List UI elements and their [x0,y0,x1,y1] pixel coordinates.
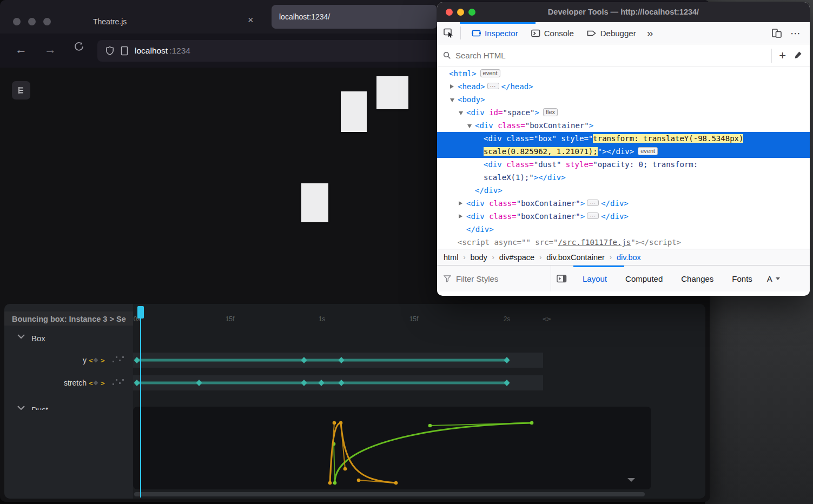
devtools-minimize-button[interactable] [457,9,464,16]
inline-ellipsis-badge[interactable]: ⋯ [487,83,499,89]
timeline-horizontal-scrollbar[interactable] [134,492,645,496]
breadcrumb-item[interactable]: div.box [617,253,641,262]
markup-line[interactable]: <script async="" src="/src.f10117fe.js">… [437,236,810,249]
markup-line[interactable]: <div class="dust" style="opacity: 0; tra… [437,158,810,184]
forward-button[interactable]: → [44,43,56,57]
active-sidebar-tab-indicator [573,266,624,267]
markup-line[interactable]: <html>event [437,67,810,80]
theatre-outline-button[interactable] [12,81,30,100]
sidebar-tab-overflow[interactable]: A [762,274,775,283]
expand-arrow-icon[interactable] [459,214,462,218]
property-label: stretch [64,379,87,387]
prev-keyframe-icon[interactable]: < [89,356,93,364]
breadcrumb-item[interactable]: html [444,253,458,262]
collapse-arrow-icon[interactable] [459,111,463,115]
markup-line[interactable]: <div class="boxContainer"> [437,119,810,132]
markup-token: <div [484,160,506,169]
sidebar-tab-changes[interactable]: Changes [672,274,723,283]
devtools-tab-inspector[interactable]: Inspector [465,22,525,44]
create-node-button[interactable]: + [772,49,793,63]
breadcrumb-item[interactable]: body [470,253,487,262]
markup-token: </div> [601,199,629,208]
event-badge[interactable]: event [638,147,658,155]
breadcrumb-item[interactable]: div.boxContainer [546,253,605,262]
orange-curve-point[interactable] [357,479,361,482]
window-zoom-button[interactable] [43,18,51,25]
sidebar-tab-layout[interactable]: Layout [573,274,616,283]
event-badge[interactable]: flex [543,108,558,116]
filter-styles-input[interactable]: Filter Styles [437,274,551,283]
window-close-button[interactable] [13,18,21,25]
prev-keyframe-icon[interactable]: < [89,379,93,387]
devtools-tab-debugger[interactable]: Debugger [580,22,643,44]
markup-line[interactable]: <div class="boxContainer">⋯</div> [437,210,810,223]
more-tabs-button[interactable]: » [643,26,658,39]
orange-curve-point[interactable] [339,421,343,425]
collapse-arrow-icon[interactable] [467,124,472,128]
markup-line[interactable]: <head>⋯</head> [437,80,810,93]
markup-line[interactable]: <body> [437,93,810,106]
search-placeholder: Search HTML [455,51,506,60]
next-keyframe-icon[interactable]: > [101,356,105,364]
graph-editor-icon[interactable] [122,379,124,381]
devtools-zoom-button[interactable] [468,9,475,16]
sequence-title[interactable]: Bouncing box: Instance 3 > Se [12,315,126,323]
shield-icon[interactable] [105,46,115,56]
reload-button[interactable] [74,41,84,55]
orange-curve-point[interactable] [394,481,398,485]
group-label[interactable]: Box [31,334,45,343]
property-label: y [83,356,87,364]
green-curve-point[interactable] [530,421,534,425]
sidebar-tabs-dropdown-icon[interactable] [776,277,780,280]
markup-line[interactable]: <div class="box" style="transform: trans… [437,132,810,158]
expand-arrow-icon[interactable] [450,84,454,89]
pick-element-button[interactable] [444,28,454,38]
breadcrumb-item[interactable]: div#space [499,253,534,262]
markup-token: "boxContainer" [517,199,580,208]
inline-ellipsis-badge[interactable]: ⋯ [587,200,599,206]
sidebar-toggle-button[interactable] [557,275,567,283]
graph-editor-icon[interactable] [119,360,121,361]
markup-line[interactable]: <div id="space">flex [437,106,810,119]
markup-token: > [589,121,593,130]
graph-editor-icon[interactable] [116,356,117,358]
devtools-tab-console[interactable]: Console [525,22,580,44]
expand-arrow-icon[interactable] [459,201,462,205]
tab-localhost-active[interactable]: localhost:1234/ [272,5,437,29]
markup-line[interactable]: </div> [437,184,810,197]
eyedropper-button[interactable] [793,51,810,60]
back-button[interactable]: ← [15,43,27,57]
sidebar-tab-computed[interactable]: Computed [616,274,672,283]
orange-curve-point[interactable] [333,421,336,425]
event-badge[interactable]: event [480,69,500,77]
markup-token: > [580,212,585,221]
graph-editor-icon[interactable] [122,356,124,358]
orange-curve-point[interactable] [328,481,332,485]
devtools-close-button[interactable] [446,9,453,16]
search-html-bar[interactable]: Search HTML + [437,44,810,67]
next-keyframe-icon[interactable]: > [101,379,105,387]
devtools-window: Developer Tools — http://localhost:1234/… [437,2,810,296]
devtools-menu-button[interactable]: ⋯ [790,27,801,39]
green-curve-point[interactable] [333,481,337,485]
markup-token: > [580,199,585,208]
orange-curve-point[interactable] [343,467,347,471]
playhead-grabber[interactable] [137,306,144,319]
window-minimize-button[interactable] [28,18,36,25]
markup-line[interactable]: <div class="boxContainer">⋯</div> [437,197,810,210]
markup-line[interactable]: </div> [437,223,810,236]
graph-editor-icon[interactable] [113,383,114,385]
sidebar-tab-fonts[interactable]: Fonts [723,274,762,283]
inline-ellipsis-badge[interactable]: ⋯ [587,213,599,219]
tab-close-icon[interactable]: × [248,15,254,26]
tab-theatre-js[interactable]: Theatre.js [93,17,127,26]
search-icon [443,51,451,59]
collapse-arrow-icon[interactable] [450,98,454,102]
graph-editor-icon[interactable] [116,379,117,381]
responsive-mode-icon[interactable] [772,29,782,38]
graph-editor-icon[interactable] [113,361,114,362]
focus-range-icon[interactable]: <> [543,315,551,323]
graph-editor-icon[interactable] [119,382,121,384]
page-icon[interactable] [121,46,129,56]
green-curve-point[interactable] [428,424,432,428]
